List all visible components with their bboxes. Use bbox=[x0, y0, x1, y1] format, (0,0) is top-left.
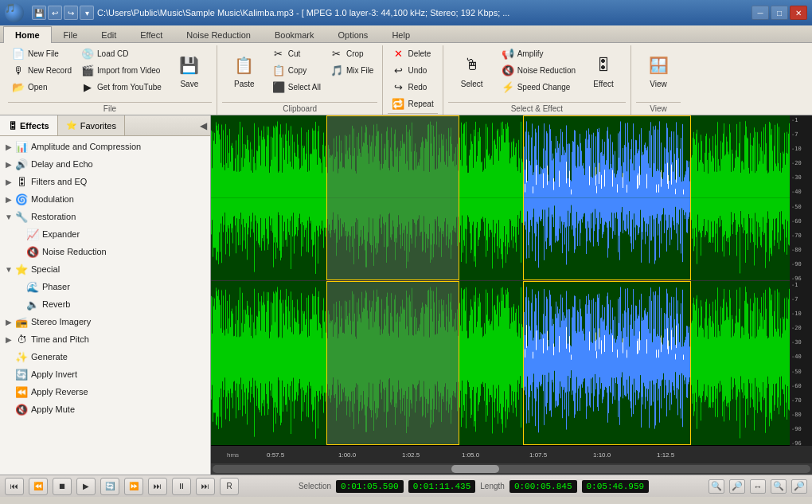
select-all-button[interactable]: ⬛ Select All bbox=[268, 79, 325, 95]
zoom-in-button[interactable]: 🔎 bbox=[729, 479, 745, 494]
tree-arrow-time-pitch: ▶ bbox=[3, 335, 14, 344]
horizontal-scrollbar[interactable] bbox=[211, 463, 812, 475]
file-group-content: 📄 New File 🎙 New Record 📂 Open 💿 bbox=[8, 45, 212, 100]
tree-item-time-pitch[interactable]: ▶ ⏱ Time and Pitch bbox=[0, 330, 210, 348]
tree-arrow-special: ▼ bbox=[3, 265, 14, 274]
view-group-label: View bbox=[636, 102, 681, 115]
noise-reduction-button[interactable]: 🔇 Noise Reduction bbox=[498, 62, 580, 78]
qat-redo[interactable]: ↪ bbox=[64, 6, 78, 20]
transport-end[interactable]: ⏭ bbox=[196, 478, 215, 495]
tree-item-reverb[interactable]: 🔈 Reverb bbox=[0, 295, 210, 313]
qat-dropdown[interactable]: ▾ bbox=[80, 6, 94, 20]
effect-button[interactable]: 🎛 Effect bbox=[584, 45, 623, 95]
qat-save[interactable]: 💾 bbox=[32, 6, 46, 20]
mix-file-button[interactable]: 🎵 Mix File bbox=[326, 62, 377, 78]
tab-home[interactable]: Home bbox=[3, 26, 52, 43]
zoom-selection-button[interactable]: 🔍 bbox=[771, 479, 787, 494]
panel-collapse-button[interactable]: ◀ bbox=[200, 120, 207, 131]
transport-skip-forward[interactable]: ⏭ bbox=[148, 478, 167, 495]
ribbon-group-select-effect: 🖱 Select 📢 Amplify 🔇 Noise Reduction ⚡ bbox=[443, 45, 631, 115]
speed-change-button[interactable]: ⚡ Speed Change bbox=[498, 79, 580, 95]
get-youtube-button[interactable]: ▶ Get from YouTube bbox=[77, 79, 166, 95]
save-button[interactable]: 💾 Save bbox=[170, 45, 209, 95]
favorites-tab[interactable]: ⭐ Favorites bbox=[58, 115, 125, 135]
view-button[interactable]: 🪟 View bbox=[639, 45, 677, 95]
tab-edit[interactable]: Edit bbox=[89, 26, 128, 43]
ribbon-group-file: 📄 New File 🎙 New Record 📂 Open 💿 bbox=[3, 45, 217, 115]
tree-item-generate[interactable]: ▶ ✨ Generate bbox=[0, 348, 210, 365]
redo-icon: ↪ bbox=[392, 80, 404, 93]
tree-item-phaser[interactable]: 🌊 Phaser bbox=[0, 278, 210, 295]
tree-item-apply-mute[interactable]: ▶ 🔇 Apply Mute bbox=[0, 400, 210, 418]
amplify-button[interactable]: 📢 Amplify bbox=[498, 45, 580, 61]
waveform-canvas[interactable] bbox=[211, 115, 812, 446]
zoom-out-button[interactable]: 🔍 bbox=[709, 479, 724, 494]
tab-bookmark[interactable]: Bookmark bbox=[263, 26, 326, 43]
statusbar: ⏮ ⏪ ⏹ ▶ 🔄 ⏩ ⏭ ⏸ ⏭ R Selection 0:01:05.59… bbox=[0, 475, 812, 497]
ribbon-content: 📄 New File 🎙 New Record 📂 Open 💿 bbox=[0, 43, 812, 115]
close-button[interactable]: ✕ bbox=[790, 6, 807, 20]
effects-tab[interactable]: 🎛 Effects bbox=[0, 115, 58, 135]
tree-item-modulation[interactable]: ▶ 🌀 Modulation bbox=[0, 190, 210, 208]
cut-button[interactable]: ✂ Cut bbox=[268, 45, 325, 61]
transport-rewind[interactable]: ⏪ bbox=[29, 478, 48, 495]
zoom-fit-button[interactable]: ↔ bbox=[750, 479, 766, 494]
tree-arrow-stereo: ▶ bbox=[3, 318, 14, 326]
select-button[interactable]: 🖱 Select bbox=[451, 45, 493, 95]
ribbon-group-clipboard: 📋 Paste ✂ Cut 📋 Copy ⬛ Select bbox=[217, 45, 384, 115]
select-icon: 🖱 bbox=[459, 53, 485, 78]
qat-undo[interactable]: ↩ bbox=[48, 6, 62, 20]
import-video-button[interactable]: 🎬 Import from Video bbox=[77, 62, 166, 78]
effects-tree: ▶ 📊 Amplitude and Compression ▶ 🔊 Delay … bbox=[0, 136, 210, 475]
crop-button[interactable]: ✂ Crop bbox=[326, 45, 377, 61]
tree-item-apply-invert[interactable]: ▶ 🔄 Apply Invert bbox=[0, 365, 210, 383]
tree-item-apply-reverse[interactable]: ▶ ⏪ Apply Reverse bbox=[0, 383, 210, 400]
selection-label: Selection bbox=[299, 482, 331, 490]
open-button[interactable]: 📂 Open bbox=[8, 79, 76, 95]
amplify-icon: 📢 bbox=[502, 47, 514, 60]
tree-item-noise-reduction[interactable]: 🔇 Noise Reduction bbox=[0, 243, 210, 260]
minimize-button[interactable]: ─ bbox=[751, 6, 769, 20]
tree-item-expander[interactable]: 📈 Expander bbox=[0, 225, 210, 243]
get-youtube-icon: ▶ bbox=[81, 80, 94, 93]
tab-noise-reduction[interactable]: Noise Reduction bbox=[174, 26, 263, 43]
tree-item-amplitude[interactable]: ▶ 📊 Amplitude and Compression bbox=[0, 138, 210, 155]
new-file-button[interactable]: 📄 New File bbox=[8, 45, 76, 61]
tab-help[interactable]: Help bbox=[380, 26, 422, 43]
tree-item-filters[interactable]: ▶ 🎛 Filters and EQ bbox=[0, 173, 210, 190]
tab-file[interactable]: File bbox=[52, 26, 90, 43]
timeline-label: hms bbox=[227, 451, 239, 459]
transport-skip-back[interactable]: ⏮ bbox=[5, 478, 24, 495]
copy-button[interactable]: 📋 Copy bbox=[268, 62, 325, 78]
tab-options[interactable]: Options bbox=[326, 26, 380, 43]
repeat-button[interactable]: 🔁 Repeat bbox=[388, 96, 437, 111]
paste-button[interactable]: 📋 Paste bbox=[225, 45, 264, 95]
redo-button[interactable]: ↪ Redo bbox=[388, 79, 437, 95]
tab-effect[interactable]: Effect bbox=[128, 26, 174, 43]
transport-forward[interactable]: ⏩ bbox=[124, 478, 143, 495]
new-record-button[interactable]: 🎙 New Record bbox=[8, 62, 76, 78]
length-value: 0:00:05.845 bbox=[509, 480, 577, 493]
tree-icon-generate: ✨ bbox=[14, 350, 29, 364]
new-record-icon: 🎙 bbox=[12, 64, 25, 76]
maximize-button[interactable]: □ bbox=[771, 6, 788, 20]
transport-loop[interactable]: 🔄 bbox=[100, 478, 119, 495]
window-title: C:\Users\Public\Music\Sample Music\Kalim… bbox=[97, 8, 751, 18]
tree-item-special[interactable]: ▼ ⭐ Special bbox=[0, 260, 210, 278]
delete-button[interactable]: ✕ Delete bbox=[388, 45, 437, 61]
transport-play[interactable]: ▶ bbox=[76, 478, 96, 495]
transport-reset[interactable]: R bbox=[220, 478, 239, 495]
load-cd-button[interactable]: 💿 Load CD bbox=[77, 45, 166, 61]
clipboard-group-content: 📋 Paste ✂ Cut 📋 Copy ⬛ Select bbox=[222, 45, 378, 100]
tree-item-delay[interactable]: ▶ 🔊 Delay and Echo bbox=[0, 155, 210, 173]
undo-button[interactable]: ↩ Undo bbox=[388, 62, 437, 78]
tree-item-restoration[interactable]: ▼ 🔧 Restoration bbox=[0, 208, 210, 225]
scrollbar-thumb[interactable] bbox=[451, 465, 499, 473]
tree-arrow-delay: ▶ bbox=[3, 160, 14, 169]
zoom-reset-button[interactable]: 🔎 bbox=[791, 479, 807, 494]
clipboard-buttons: ✂ Cut 📋 Copy ⬛ Select All bbox=[268, 45, 325, 95]
tree-icon-filters: 🎛 bbox=[14, 174, 29, 189]
transport-pause[interactable]: ⏸ bbox=[172, 478, 191, 495]
transport-stop[interactable]: ⏹ bbox=[53, 478, 72, 495]
tree-item-stereo[interactable]: ▶ 📻 Stereo Imagery bbox=[0, 313, 210, 330]
